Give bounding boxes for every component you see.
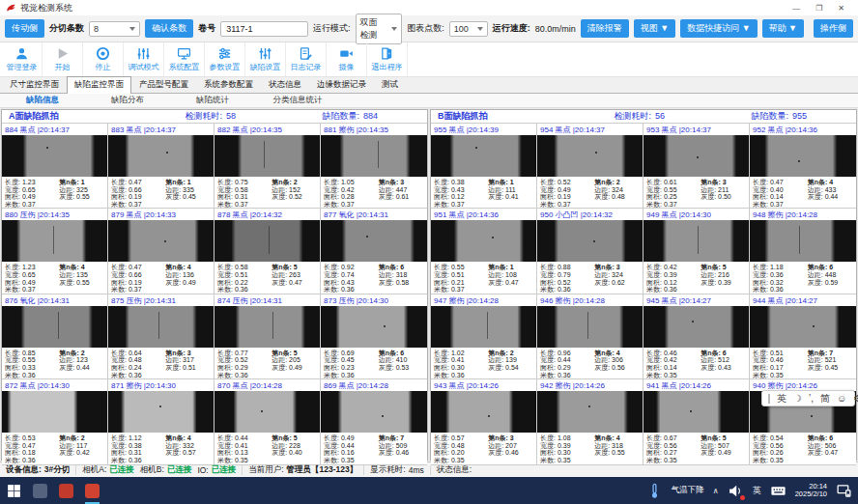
defect-thumbnail[interactable] bbox=[750, 220, 856, 262]
defect-cell[interactable]: 946 擦伤 |20:14:28长度:0.96宽度:0.44面积:0.29米数:… bbox=[537, 294, 644, 379]
defect-cell[interactable]: 880 压伤 |20:14:35长度:1.23宽度:0.65面积:0.49米数:… bbox=[2, 209, 108, 294]
defect-cell[interactable]: 945 黑点 |20:14:27长度:0.46宽度:0.42面积:0.14米数:… bbox=[644, 294, 750, 379]
defect-cell[interactable]: 954 黑点 |20:14:37长度:0.52宽度:0.49面积:0.19米数:… bbox=[537, 124, 644, 209]
taskbar-app-1[interactable] bbox=[32, 483, 48, 499]
tab-test[interactable]: 测试 bbox=[374, 76, 406, 93]
ime-language-indicator[interactable]: 英 bbox=[753, 485, 761, 497]
camera-button[interactable]: 摄像 bbox=[327, 42, 367, 76]
subtab-defect-info[interactable]: 缺陷信息 bbox=[0, 95, 85, 106]
stop-button[interactable]: 停止 bbox=[83, 42, 124, 76]
defect-cell[interactable]: 955 黑点 |20:14:39长度:0.38宽度:0.43面积:0.12米数:… bbox=[431, 124, 537, 209]
defect-thumbnail[interactable] bbox=[644, 391, 749, 433]
defect-thumbnail[interactable] bbox=[2, 135, 107, 177]
defect-cell[interactable]: 870 黑点 |20:14:28长度:0.44宽度:0.41面积:0.13米数:… bbox=[214, 379, 321, 464]
defect-cell[interactable]: 872 黑点 |20:14:30长度:0.53宽度:0.47面积:0.18米数:… bbox=[2, 379, 108, 464]
subtab-class-info-statistics[interactable]: 分类信息统计 bbox=[255, 95, 340, 106]
roll-number-input[interactable]: 3117-1 bbox=[220, 21, 308, 37]
clear-alarm-button[interactable]: 清除报警 bbox=[581, 19, 629, 38]
help-menu-button[interactable]: 帮助 ▼ bbox=[762, 19, 804, 38]
defect-thumbnail[interactable] bbox=[431, 220, 536, 262]
subtab-defect-distribution[interactable]: 缺陷分布 bbox=[85, 95, 170, 106]
defect-thumbnail[interactable] bbox=[108, 135, 214, 177]
close-button[interactable]: ✕ bbox=[838, 4, 844, 13]
defect-cell[interactable]: 871 擦伤 |20:14:30长度:1.12宽度:0.38面积:0.31米数:… bbox=[108, 379, 214, 464]
defect-thumbnail[interactable] bbox=[431, 391, 536, 433]
defect-cell[interactable]: 952 黑点 |20:14:36长度:0.47宽度:0.40面积:0.14米数:… bbox=[750, 124, 856, 209]
maximize-button[interactable]: ❐ bbox=[815, 4, 822, 13]
defect-cell[interactable]: 878 黑点 |20:14:32长度:0.58宽度:0.51面积:0.22米数:… bbox=[214, 209, 321, 294]
defect-settings-button[interactable]: 缺陷设置 bbox=[245, 42, 286, 76]
defect-cell[interactable]: 950 小凸凹 |20:14:32长度:0.88宽度:0.79面积:0.52米数… bbox=[537, 209, 644, 294]
defect-thumbnail[interactable] bbox=[108, 306, 214, 348]
run-mode-select[interactable]: 双面检测 bbox=[356, 14, 403, 44]
defect-thumbnail[interactable] bbox=[321, 306, 427, 348]
defect-thumbnail[interactable] bbox=[537, 220, 643, 262]
start-menu-button[interactable] bbox=[6, 483, 22, 499]
tray-expand-icon[interactable]: ∧ bbox=[713, 487, 719, 495]
log-record-button[interactable]: 日志记录 bbox=[286, 42, 327, 76]
simplified-chinese-toggle[interactable]: 简 bbox=[820, 392, 830, 406]
tab-edge-data-record[interactable]: 边缘数据记录 bbox=[309, 76, 374, 93]
defect-cell[interactable]: 873 压伤 |20:14:30长度:0.69宽度:0.45面积:0.23米数:… bbox=[321, 294, 427, 379]
defect-thumbnail[interactable] bbox=[537, 135, 643, 177]
defect-cell[interactable]: 874 压伤 |20:14:31长度:0.77宽度:0.52面积:0.29米数:… bbox=[214, 294, 321, 379]
defect-thumbnail[interactable] bbox=[321, 220, 427, 262]
parameter-settings-button[interactable]: 参数设置 bbox=[205, 42, 245, 76]
tab-defect-monitor[interactable]: 缺陷监控界面 bbox=[67, 76, 131, 94]
drive-side-button[interactable]: 传动侧 bbox=[5, 19, 44, 38]
defect-thumbnail[interactable] bbox=[644, 306, 749, 348]
defect-thumbnail[interactable] bbox=[214, 306, 320, 348]
defect-cell[interactable]: 949 黑点 |20:14:30长度:0.42宽度:0.39面积:0.12米数:… bbox=[644, 209, 750, 294]
defect-thumbnail[interactable] bbox=[108, 220, 214, 262]
taskbar-app-2[interactable] bbox=[58, 483, 74, 499]
punctuation-toggle[interactable]: ’, bbox=[809, 393, 814, 404]
defect-cell[interactable]: 881 擦伤 |20:14:35长度:1.05宽度:0.42面积:0.28米数:… bbox=[321, 124, 427, 209]
confirm-count-button[interactable]: 确认条数 bbox=[145, 19, 193, 38]
defect-cell[interactable]: 884 黑点 |20:14:37长度:1.23宽度:0.65面积:0.49米数:… bbox=[2, 124, 108, 209]
keyboard-icon[interactable] bbox=[770, 483, 786, 499]
defect-cell[interactable]: 948 擦伤 |20:14:28长度:1.18宽度:0.36面积:0.32米数:… bbox=[750, 209, 856, 294]
chart-points-select[interactable]: 100 bbox=[449, 21, 488, 37]
defect-thumbnail[interactable] bbox=[750, 135, 856, 177]
defect-thumbnail[interactable] bbox=[537, 391, 643, 433]
defect-cell[interactable]: 869 黑点 |20:14:28长度:0.49宽度:0.44面积:0.16米数:… bbox=[321, 379, 427, 464]
defect-cell[interactable]: 947 擦伤 |20:14:28长度:1.02宽度:0.41面积:0.30米数:… bbox=[431, 294, 537, 379]
defect-cell[interactable]: 951 黑点 |20:14:36长度:0.55宽度:0.51面积:0.21米数:… bbox=[431, 209, 537, 294]
ime-language-bar[interactable]: 英 ☽ ’, 简 ☺ ⚙ bbox=[761, 390, 855, 406]
tab-size-monitor[interactable]: 尺寸监控界面 bbox=[2, 76, 67, 93]
tab-system-param-config[interactable]: 系统参数配置 bbox=[196, 76, 261, 93]
defect-thumbnail[interactable] bbox=[750, 306, 856, 348]
tab-status-info[interactable]: 状态信息 bbox=[261, 76, 309, 93]
defect-thumbnail[interactable] bbox=[214, 135, 320, 177]
ime-english-toggle[interactable]: 英 bbox=[777, 392, 786, 406]
weather-text[interactable]: 气温下降 bbox=[672, 485, 704, 496]
action-center-icon[interactable] bbox=[836, 483, 852, 499]
defect-cell[interactable]: 944 黑点 |20:14:27长度:0.51宽度:0.46面积:0.17米数:… bbox=[750, 294, 856, 379]
data-access-menu-button[interactable]: 数据快捷访问 ▼ bbox=[680, 19, 757, 38]
defect-cell[interactable]: 882 黑点 |20:14:35长度:0.75宽度:0.58面积:0.31米数:… bbox=[214, 124, 321, 209]
defect-cell[interactable]: 883 黑点 |20:14:37长度:0.47宽度:0.66面积:0.19米数:… bbox=[108, 124, 214, 209]
defect-thumbnail[interactable] bbox=[431, 306, 536, 348]
operator-side-button[interactable]: 操作侧 bbox=[814, 19, 853, 38]
start-button[interactable]: 开始 bbox=[43, 42, 83, 76]
defect-thumbnail[interactable] bbox=[108, 391, 214, 433]
taskbar-clock[interactable]: 20:14 2025/2/10 bbox=[795, 483, 827, 499]
defect-thumbnail[interactable] bbox=[644, 135, 749, 177]
defect-thumbnail[interactable] bbox=[214, 220, 320, 262]
defect-cell[interactable]: 875 压伤 |20:14:31长度:0.64宽度:0.48面积:0.24米数:… bbox=[108, 294, 214, 379]
defect-cell[interactable]: 941 黑点 |20:14:26长度:0.67宽度:0.56面积:0.27米数:… bbox=[644, 379, 750, 464]
system-config-button[interactable]: 系统配置 bbox=[164, 42, 205, 76]
defect-thumbnail[interactable] bbox=[2, 220, 107, 262]
defect-thumbnail[interactable] bbox=[214, 391, 320, 433]
moon-icon[interactable]: ☽ bbox=[793, 393, 802, 404]
defect-thumbnail[interactable] bbox=[2, 391, 107, 433]
exit-program-button[interactable]: 退出程序 bbox=[367, 42, 408, 76]
debug-mode-button[interactable]: 调试模式 bbox=[124, 42, 164, 76]
slit-count-select[interactable]: 8 bbox=[89, 21, 140, 37]
admin-login-button[interactable]: 管理登录 bbox=[2, 42, 43, 76]
taskbar-app-active[interactable] bbox=[84, 483, 100, 499]
defect-thumbnail[interactable] bbox=[537, 306, 643, 348]
defect-thumbnail[interactable] bbox=[644, 220, 749, 262]
defect-thumbnail[interactable] bbox=[321, 391, 427, 433]
defect-cell[interactable]: 953 黑点 |20:14:37长度:0.61宽度:0.55面积:0.25米数:… bbox=[644, 124, 750, 209]
